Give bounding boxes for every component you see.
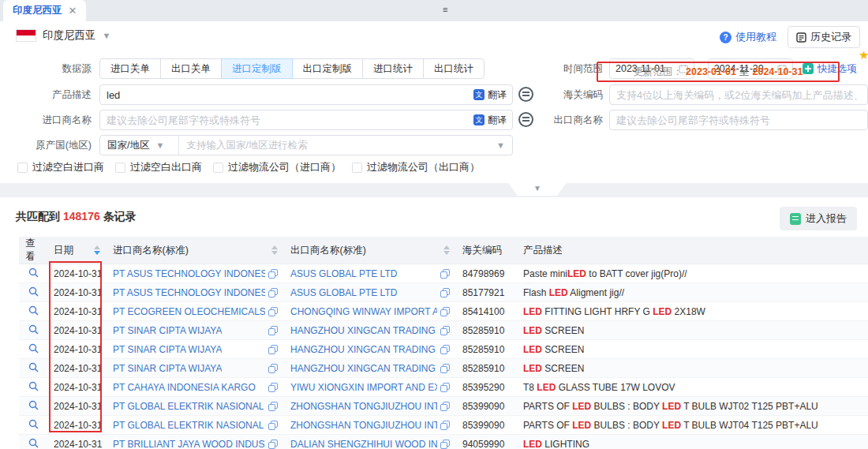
translate-button[interactable]: 文 翻译 <box>468 114 512 127</box>
exporter-link[interactable]: ZHONGSHAN TONGJIUZHOU INTERNA... <box>290 401 437 412</box>
column-header[interactable]: 进口商名称(标准) <box>107 237 284 264</box>
exporter-link[interactable]: DALIAN SHENGZHIHUI WOOD INDUST... <box>290 439 437 449</box>
filter-checkbox[interactable]: 过滤空白出口商 <box>115 160 202 174</box>
copy-icon[interactable] <box>440 269 450 279</box>
exact-match-toggle-icon[interactable] <box>518 112 533 127</box>
copy-icon[interactable] <box>440 364 450 373</box>
copy-icon[interactable] <box>440 326 450 335</box>
view-detail-icon[interactable] <box>28 268 39 278</box>
translate-button[interactable]: 文 翻译 <box>468 88 512 102</box>
view-detail-icon[interactable] <box>28 324 39 335</box>
tab-indonesia[interactable]: 印度尼西亚 ✕ <box>3 0 86 21</box>
update-range-label: 更新范围： <box>634 65 683 79</box>
copy-icon[interactable] <box>268 421 278 430</box>
collapse-form-button[interactable]: ▼ <box>507 181 568 196</box>
sort-icons[interactable] <box>443 245 450 255</box>
importer-link[interactable]: PT BRILLIANT JAYA WOOD INDUSTRY <box>113 439 265 449</box>
checkbox-icon[interactable] <box>17 163 28 173</box>
exporter-name-input[interactable] <box>610 114 867 126</box>
importer-link[interactable]: PT ECOGREEN OLEOCHEMICALS <box>113 306 265 317</box>
view-detail-icon[interactable] <box>28 381 39 391</box>
hs-code-input[interactable] <box>610 89 867 101</box>
view-detail-icon[interactable] <box>28 419 39 429</box>
exporter-link[interactable]: CHONGQING WINWAY IMPORT AND E... <box>290 306 437 317</box>
importer-link[interactable]: PT ASUS TECHNOLOGY INDONESIA BA... <box>113 287 265 298</box>
copy-icon[interactable] <box>268 326 278 335</box>
exact-match-toggle-icon[interactable] <box>518 87 533 102</box>
view-detail-icon[interactable] <box>28 362 39 372</box>
copy-icon[interactable] <box>268 440 278 449</box>
country-selector[interactable]: 印度尼西亚 ▼ <box>16 28 110 43</box>
copy-icon[interactable] <box>268 345 278 354</box>
copy-icon[interactable] <box>440 421 450 430</box>
importer-name-input[interactable] <box>100 114 468 126</box>
exporter-link[interactable]: ASUS GLOBAL PTE LTD <box>290 268 397 279</box>
exporter-link[interactable]: ASUS GLOBAL PTE LTD <box>290 287 397 298</box>
copy-icon[interactable] <box>440 402 450 411</box>
view-detail-icon[interactable] <box>28 305 39 316</box>
product-desc-cell: Paste miniLED to BATT cover jig(Pro)// <box>517 264 868 283</box>
hs-code-label: 海关编码 <box>543 84 603 105</box>
importer-link[interactable]: PT ASUS TECHNOLOGY INDONESIA BA... <box>113 268 265 279</box>
copy-icon[interactable] <box>268 288 278 297</box>
page: 印度尼西亚 ✕ ≡ 印度尼西亚 ▼ ? 使用教程 历史记录 ★ 更新范围： 20… <box>0 0 868 449</box>
view-detail-icon[interactable] <box>28 343 39 354</box>
view-detail-icon[interactable] <box>28 438 39 448</box>
exporter-link[interactable]: HANGZHOU XINGCAN TRADING CO LTD <box>290 363 437 374</box>
importer-link[interactable]: PT GLOBAL ELEKTRIK NASIONAL <box>113 420 264 431</box>
filter-checkbox[interactable]: 过滤空白进口商 <box>17 160 104 174</box>
view-detail-icon[interactable] <box>28 286 39 297</box>
filter-checkbox[interactable]: 过滤物流公司（进口商） <box>213 160 341 174</box>
datasource-tab[interactable]: 进口统计 <box>362 58 424 79</box>
tutorial-link[interactable]: ? 使用教程 <box>720 30 776 44</box>
copy-icon[interactable] <box>268 307 278 316</box>
copy-icon[interactable] <box>268 269 278 279</box>
filter-checkbox[interactable]: 过滤物流公司（出口商） <box>352 160 480 174</box>
importer-link[interactable]: PT SINAR CIPTA WIJAYA <box>113 344 222 355</box>
datasource-tab[interactable]: 出口关单 <box>160 58 222 79</box>
column-header[interactable]: 出口商名称(标准) <box>284 237 456 264</box>
origin-country-input[interactable] <box>179 140 496 151</box>
view-detail-icon[interactable] <box>28 400 39 410</box>
tab-title: 印度尼西亚 <box>13 4 62 17</box>
datasource-tab[interactable]: 进口关单 <box>99 58 161 79</box>
product-desc-label: 产品描述 <box>0 84 92 105</box>
product-desc-cell: Flash LED Aligment jig// <box>517 283 868 302</box>
copy-icon[interactable] <box>440 440 450 449</box>
checkbox-icon[interactable] <box>352 163 362 173</box>
tab-list-icon[interactable]: ≡ <box>443 5 447 14</box>
copy-icon[interactable] <box>440 383 450 392</box>
product-desc-input[interactable] <box>100 89 468 101</box>
sort-icons[interactable] <box>94 245 100 255</box>
product-desc-cell: PARTS OF LED BULBS : BODY LED T BULB WJT… <box>517 416 868 435</box>
column-header[interactable]: 日期 <box>47 237 107 264</box>
copy-icon[interactable] <box>268 402 278 411</box>
chevron-down-icon: ▼ <box>496 140 512 150</box>
enter-report-button[interactable]: 进入报告 <box>780 207 857 230</box>
copy-icon[interactable] <box>268 383 278 392</box>
importer-name-field: 文 翻译 <box>99 110 513 130</box>
checkbox-icon[interactable] <box>213 163 223 173</box>
sort-icons[interactable] <box>271 245 278 255</box>
product-desc-cell: T8 LED GLASS TUBE 17W LOVOV <box>517 378 868 397</box>
history-button[interactable]: 历史记录 <box>788 26 860 48</box>
copy-icon[interactable] <box>440 307 450 316</box>
copy-icon[interactable] <box>440 288 450 297</box>
importer-link[interactable]: PT SINAR CIPTA WIJAYA <box>113 363 222 374</box>
checkbox-icon[interactable] <box>115 163 125 173</box>
datasource-tab[interactable]: 出口统计 <box>423 58 485 79</box>
importer-link[interactable]: PT CAHAYA INDONESIA KARGO <box>113 382 256 393</box>
datasource-tab[interactable]: 出口定制版 <box>292 58 364 79</box>
importer-link[interactable]: PT SINAR CIPTA WIJAYA <box>113 325 222 336</box>
datasource-tab[interactable]: 进口定制版 <box>221 58 293 79</box>
exporter-link[interactable]: HANGZHOU XINGCAN TRADING CO LTD <box>290 325 437 336</box>
exporter-link[interactable]: YIWU XIONGXIN IMPORT AND EXPORT... <box>290 382 437 393</box>
copy-icon[interactable] <box>268 364 278 373</box>
exporter-link[interactable]: ZHONGSHAN TONGJIUZHOU INTERNA... <box>290 420 437 431</box>
origin-type-select[interactable]: 国家/地区 ▼ <box>100 136 179 155</box>
table-row: 2024-10-31PT SINAR CIPTA WIJAYAHANGZHOU … <box>19 321 868 340</box>
exporter-link[interactable]: HANGZHOU XINGCAN TRADING CO LTD <box>290 344 437 355</box>
tab-close-icon[interactable]: ✕ <box>69 6 77 16</box>
copy-icon[interactable] <box>440 345 450 354</box>
importer-link[interactable]: PT GLOBAL ELEKTRIK NASIONAL <box>113 401 264 412</box>
